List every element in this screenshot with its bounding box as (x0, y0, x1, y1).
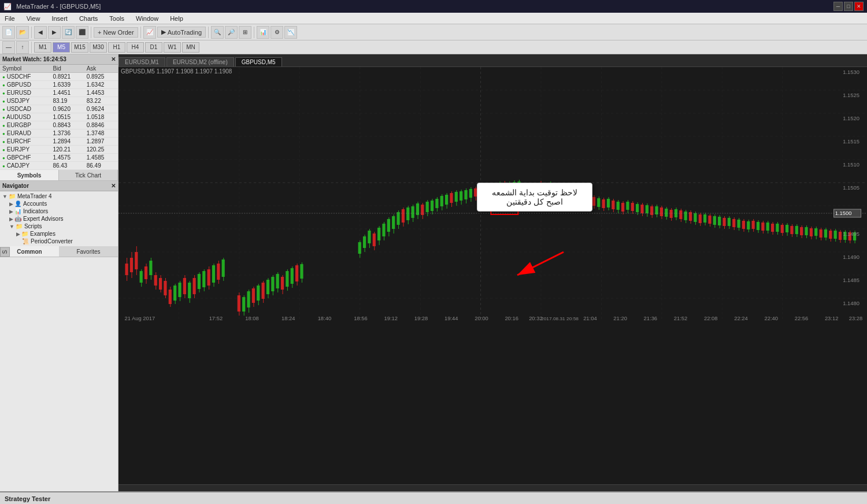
nav-scripts[interactable]: ▼ 📁 Scripts (7, 223, 118, 230)
navigator-close-icon[interactable]: ✕ (111, 183, 116, 189)
menu-window[interactable]: Window (134, 14, 161, 23)
close-button[interactable]: ✕ (854, 2, 864, 11)
svg-text:1.1525: 1.1525 (843, 92, 859, 98)
period-m15[interactable]: M15 (71, 42, 88, 53)
cursor-icon[interactable]: ↑ (16, 41, 29, 54)
new-icon[interactable]: 📄 (2, 26, 15, 39)
nav-metatrader4[interactable]: ▼ 📁 MetaTrader 4 (0, 192, 118, 200)
nav-ea-icon: 🤖 (14, 216, 21, 222)
svg-text:19:12: 19:12 (384, 316, 398, 321)
nav-pc-icon: 📜 (22, 238, 29, 244)
zoom-in-icon[interactable]: 🔍 (211, 26, 224, 39)
chart-tab-eurusd-m1[interactable]: EURUSD,M1 (118, 57, 165, 66)
svg-rect-124 (435, 199, 438, 208)
market-watch-close-icon[interactable]: ✕ (111, 56, 116, 62)
period-d1[interactable]: D1 (145, 42, 162, 53)
mw-cell-ask: 0.8846 (84, 121, 118, 129)
period-h1[interactable]: H1 (108, 42, 125, 53)
sep6 (31, 42, 32, 53)
menu-insert[interactable]: Insert (49, 14, 70, 23)
autotrading-button[interactable]: ▶ AutoTrading (157, 27, 206, 38)
period-m1[interactable]: M1 (34, 42, 51, 53)
period-mn[interactable]: MN (182, 42, 199, 53)
new-order-label: New Order (103, 29, 134, 36)
market-watch-row[interactable]: ● GBPCHF 1.4575 1.4585 (0, 154, 118, 162)
mw-cell-ask: 0.8925 (84, 73, 118, 81)
new-order-button[interactable]: + New Order (94, 27, 138, 38)
menu-charts[interactable]: Charts (77, 14, 100, 23)
period-m30[interactable]: M30 (90, 42, 107, 53)
mw-cell-dot: ● EURUSD (0, 89, 50, 97)
svg-rect-48 (188, 283, 191, 298)
nav-accounts[interactable]: ▶ 👤 Accounts (7, 200, 118, 207)
market-watch-row[interactable]: ● EURUSD 1.4451 1.4453 (0, 89, 118, 97)
navigator-title: Navigator (2, 183, 29, 189)
nav-pc-label: PeriodConverter (31, 238, 73, 244)
period-m5[interactable]: M5 (53, 42, 70, 53)
svg-rect-264 (790, 226, 793, 234)
svg-rect-42 (173, 286, 176, 301)
mw-col-symbol: Symbol (0, 65, 50, 73)
mw-col-bid: Bid (50, 65, 84, 73)
chart-scroll[interactable] (118, 484, 867, 491)
menu-file[interactable]: File (2, 14, 17, 23)
minimize-button[interactable]: ─ (833, 2, 843, 11)
market-watch-row[interactable]: ● USDJPY 83.19 83.22 (0, 97, 118, 105)
open-icon[interactable]: 📂 (16, 26, 29, 39)
mw-tab-symbols[interactable]: Symbols (0, 170, 59, 180)
svg-rect-66 (242, 297, 245, 312)
market-watch-row[interactable]: ● USDCHF 0.8921 0.8925 (0, 73, 118, 81)
market-watch-row[interactable]: ● EURGBP 0.8843 0.8846 (0, 121, 118, 129)
line-tool-icon[interactable]: — (2, 41, 15, 54)
forward-icon[interactable]: ▶ (48, 26, 61, 39)
refresh-icon[interactable]: 🔄 (62, 26, 75, 39)
svg-text:19:44: 19:44 (444, 316, 458, 321)
nav-expert-advisors[interactable]: ▶ 🤖 Expert Advisors (7, 215, 118, 223)
chart-up-icon[interactable]: 📈 (143, 26, 156, 39)
nav-tab-favorites[interactable]: Favorites (59, 246, 118, 257)
svg-rect-246 (747, 221, 750, 229)
sep4 (208, 27, 209, 38)
sep2 (91, 27, 91, 38)
mw-col-ask: Ask (84, 65, 118, 73)
maximize-button[interactable]: □ (844, 2, 853, 11)
window-controls: ─ □ ✕ (833, 2, 864, 11)
chart-tab-eurusd-m2[interactable]: EURUSD,M2 (offline) (166, 57, 234, 66)
zoom-out-icon[interactable]: 🔎 (225, 26, 238, 39)
chart-tab-gbpusd-m5[interactable]: GBPUSD,M5 (235, 57, 282, 66)
mw-tab-tick-chart[interactable]: Tick Chart (59, 170, 118, 180)
market-watch-row[interactable]: ● USDCAD 0.9620 0.9624 (0, 105, 118, 113)
market-watch-row[interactable]: ● EURAUD 1.3736 1.3748 (0, 129, 118, 138)
svg-rect-132 (455, 192, 458, 202)
svg-rect-36 (159, 278, 162, 290)
back-icon[interactable]: ◀ (34, 26, 47, 39)
nav-indicators[interactable]: ▶ 📊 Indicators (7, 207, 118, 215)
grid-icon[interactable]: ⊞ (239, 26, 251, 39)
period-w1[interactable]: W1 (164, 42, 181, 53)
svg-rect-26 (135, 252, 138, 269)
svg-text:21:52: 21:52 (674, 316, 687, 321)
menu-view[interactable]: View (24, 14, 43, 23)
indicator-icon[interactable]: 📊 (257, 26, 269, 39)
side-tab[interactable]: S (0, 247, 10, 257)
chart-type-icon[interactable]: 📉 (284, 26, 297, 39)
market-watch-row[interactable]: ● EURCHF 1.2894 1.2897 (0, 138, 118, 146)
market-watch-row[interactable]: ● EURJPY 120.21 120.25 (0, 146, 118, 154)
market-watch-row[interactable]: ● CADJPY 86.43 86.49 (0, 162, 118, 170)
market-watch-row[interactable]: ● AUDUSD 1.0515 1.0518 (0, 113, 118, 121)
period-h4[interactable]: H4 (127, 42, 144, 53)
nav-expand-icon: ▼ (2, 194, 8, 199)
mw-cell-ask: 83.22 (84, 97, 118, 105)
market-watch-row[interactable]: ● GBPUSD 1.6339 1.6342 (0, 81, 118, 89)
svg-rect-108 (397, 212, 399, 225)
menu-help[interactable]: Help (168, 14, 186, 23)
settings-icon[interactable]: ⚙ (271, 26, 283, 39)
nav-period-converter[interactable]: 📜 PeriodConverter (14, 238, 118, 245)
stop-icon[interactable]: ⬛ (76, 26, 88, 39)
market-watch-header: Market Watch: 16:24:53 ✕ (0, 54, 118, 65)
svg-rect-242 (737, 220, 740, 228)
svg-text:1.1515: 1.1515 (843, 139, 859, 144)
mw-cell-bid: 1.6339 (50, 81, 84, 89)
menu-tools[interactable]: Tools (107, 14, 127, 23)
nav-examples[interactable]: ▶ 📁 Examples (14, 230, 118, 238)
